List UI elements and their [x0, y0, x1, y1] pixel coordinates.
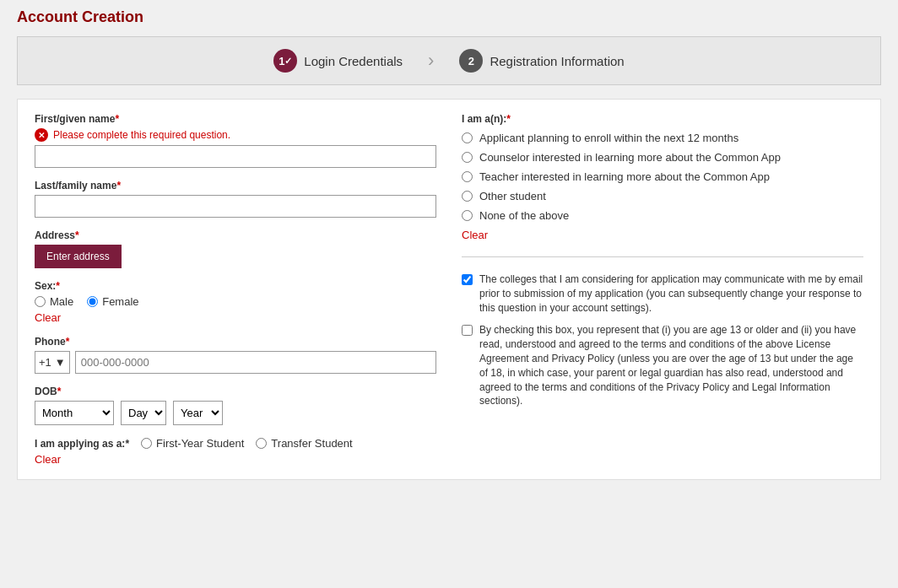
checkbox-2-label: By checking this box, you represent that… [479, 323, 863, 408]
checkbox-2[interactable] [462, 325, 473, 336]
dob-year-select[interactable]: Year 2006200520042003 [173, 401, 223, 425]
applying-transfer-option[interactable]: Transfer Student [256, 437, 352, 450]
applying-group: I am applying as a:* First-Year Student … [35, 437, 436, 466]
first-name-group: First/given name* ✕ Please complete this… [35, 113, 436, 168]
sex-male-option[interactable]: Male [35, 295, 73, 308]
first-name-input[interactable] [35, 145, 436, 168]
iam-group: I am a(n):* Applicant planning to enroll… [462, 113, 863, 241]
iam-radio-3[interactable] [462, 171, 473, 182]
applying-label: I am applying as a:* [35, 438, 129, 450]
page-title: Account Creation [17, 8, 881, 26]
applying-transfer-radio[interactable] [256, 438, 267, 449]
step-arrow: › [428, 50, 434, 72]
divider [462, 256, 863, 257]
phone-row: +1 ▼ [35, 351, 436, 374]
phone-group: Phone* +1 ▼ [35, 336, 436, 374]
first-name-error: ✕ Please complete this required question… [35, 128, 436, 142]
left-column: First/given name* ✕ Please complete this… [35, 113, 436, 466]
iam-radio-2[interactable] [462, 152, 473, 163]
checkbox-1-label: The colleges that I am considering for a… [479, 272, 863, 315]
step-2: 2 Registration Information [459, 49, 624, 73]
enter-address-button[interactable]: Enter address [35, 245, 122, 268]
sex-male-radio[interactable] [35, 296, 46, 307]
applying-first-year-radio[interactable] [141, 438, 152, 449]
iam-clear-link[interactable]: Clear [462, 229, 488, 241]
sex-label: Sex:* [35, 280, 436, 292]
iam-radio-1[interactable] [462, 132, 473, 143]
checkbox-1-item: The colleges that I am considering for a… [462, 272, 863, 315]
right-column: I am a(n):* Applicant planning to enroll… [462, 113, 863, 466]
iam-option-4[interactable]: Other student [462, 190, 863, 202]
phone-label: Phone* [35, 336, 436, 348]
step-2-circle: 2 [459, 49, 483, 73]
phone-country-code[interactable]: +1 ▼ [35, 351, 70, 374]
checkbox-1[interactable] [462, 274, 473, 285]
iam-radio-5[interactable] [462, 210, 473, 221]
step-1: 1 Login Credentials [273, 49, 403, 73]
form-container: First/given name* ✕ Please complete this… [17, 99, 881, 480]
applying-clear-link[interactable]: Clear [35, 453, 61, 466]
error-icon: ✕ [35, 128, 48, 142]
first-name-label: First/given name* [35, 113, 436, 125]
iam-option-1[interactable]: Applicant planning to enroll within the … [462, 132, 863, 144]
stepper-bar: 1 Login Credentials › 2 Registration Inf… [17, 36, 881, 85]
step-1-label: Login Credentials [304, 54, 403, 68]
iam-option-2[interactable]: Counselor interested in learning more ab… [462, 151, 863, 164]
dob-group: DOB* Month JanuaryFebruaryMarch AprilMay… [35, 386, 436, 425]
checkbox-2-item: By checking this box, you represent that… [462, 323, 863, 408]
applying-first-year-option[interactable]: First-Year Student [141, 437, 244, 450]
applying-row: I am applying as a:* First-Year Student … [35, 437, 436, 450]
iam-option-5[interactable]: None of the above [462, 209, 863, 222]
phone-number-input[interactable] [75, 351, 436, 374]
iam-radio-4[interactable] [462, 191, 473, 202]
dob-row: Month JanuaryFebruaryMarch AprilMayJune … [35, 401, 436, 425]
sex-options-row: Male Female [35, 295, 436, 308]
dob-label: DOB* [35, 386, 436, 397]
sex-clear-link[interactable]: Clear [35, 311, 61, 324]
checkbox-section: The colleges that I am considering for a… [462, 272, 863, 408]
last-name-label: Last/family name* [35, 180, 436, 192]
step-2-label: Registration Information [490, 54, 624, 68]
sex-group: Sex:* Male Female Clear [35, 280, 436, 324]
address-group: Address* Enter address [35, 229, 436, 268]
step-1-circle: 1 [273, 49, 297, 73]
last-name-input[interactable] [35, 195, 436, 218]
last-name-group: Last/family name* [35, 180, 436, 218]
dob-day-select[interactable]: Day 12345 678910 [121, 401, 166, 425]
address-label: Address* [35, 229, 436, 241]
sex-female-option[interactable]: Female [87, 295, 138, 308]
iam-option-3[interactable]: Teacher interested in learning more abou… [462, 170, 863, 183]
dob-month-select[interactable]: Month JanuaryFebruaryMarch AprilMayJune … [35, 401, 114, 425]
sex-female-radio[interactable] [87, 296, 98, 307]
iam-label: I am a(n):* [462, 113, 863, 125]
